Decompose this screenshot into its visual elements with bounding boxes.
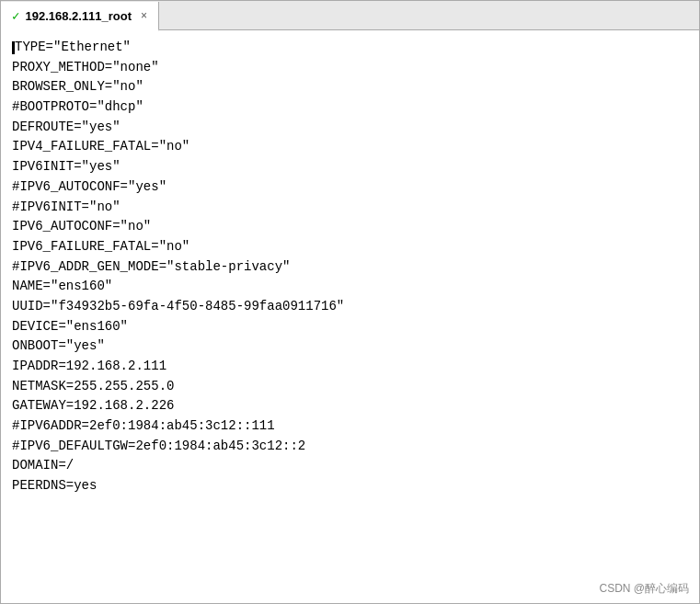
watermark: CSDN @醉心编码 — [599, 581, 689, 597]
code-line: UUID="f34932b5-69fa-4f50-8485-99faa09117… — [12, 299, 344, 313]
tab-title: 192.168.2.111_root — [25, 9, 132, 23]
code-line: NETMASK=255.255.255.0 — [12, 379, 174, 393]
code-line: IPV6_AUTOCONF="no" — [12, 219, 151, 234]
code-line: IPV6INIT="yes" — [12, 159, 120, 174]
code-line: TYPE="Ethernet" — [12, 40, 131, 54]
tab-close-button[interactable]: × — [141, 9, 147, 22]
code-line: DOMAIN=/ — [12, 458, 74, 473]
code-line: #IPV6INIT="no" — [12, 199, 120, 214]
code-line: IPV6_FAILURE_FATAL="no" — [12, 239, 189, 254]
code-line: DEVICE="ens160" — [12, 319, 128, 334]
code-line: IPV4_FAILURE_FATAL="no" — [12, 139, 189, 154]
code-line: DEFROUTE="yes" — [12, 120, 120, 134]
code-line: ONBOOT="yes" — [12, 338, 105, 353]
code-line: #IPV6ADDR=2ef0:1984:ab45:3c12::111 — [12, 418, 275, 433]
code-line: #IPV6_AUTOCONF="yes" — [12, 179, 166, 194]
code-line: PROXY_METHOD="none" — [12, 60, 159, 74]
tab-bar: ✓ 192.168.2.111_root × — [1, 1, 699, 30]
code-line: #BOOTPROTO="dhcp" — [12, 99, 143, 114]
code-line: GATEWAY=192.168.2.226 — [12, 398, 174, 413]
check-icon: ✓ — [12, 8, 19, 24]
code-line: IPADDR=192.168.2.111 — [12, 359, 166, 373]
code-line: #IPV6_ADDR_GEN_MODE="stable-privacy" — [12, 259, 290, 274]
active-tab[interactable]: ✓ 192.168.2.111_root × — [1, 2, 159, 31]
content-area: TYPE="Ethernet" PROXY_METHOD="none" BROW… — [1, 30, 699, 603]
code-content[interactable]: TYPE="Ethernet" PROXY_METHOD="none" BROW… — [12, 38, 688, 596]
code-line: #IPV6_DEFAULTGW=2ef0:1984:ab45:3c12::2 — [12, 439, 305, 453]
main-window: ✓ 192.168.2.111_root × TYPE="Ethernet" P… — [0, 0, 700, 604]
code-line: BROWSER_ONLY="no" — [12, 79, 143, 94]
code-line: PEERDNS=yes — [12, 478, 97, 493]
code-line: NAME="ens160" — [12, 279, 112, 293]
cursor — [12, 40, 15, 54]
